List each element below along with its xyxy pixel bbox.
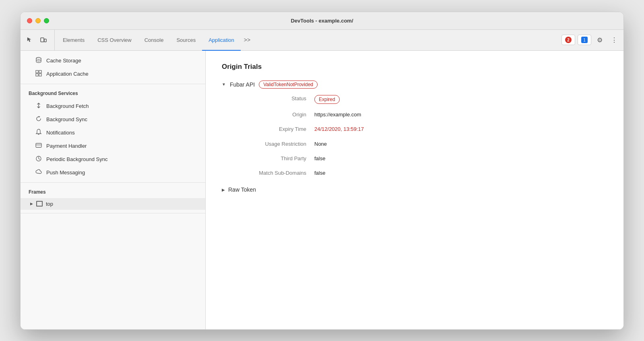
match-subdomains-value: false [314, 169, 607, 177]
page-title: Origin Trials [222, 63, 607, 71]
sidebar: Cache Storage Application Cache [21, 51, 206, 329]
svg-rect-6 [39, 74, 41, 76]
device-icon [40, 37, 47, 43]
svg-rect-3 [36, 70, 38, 73]
traffic-lights [27, 18, 49, 23]
trial-status-badge: ValidTokenNotProvided [259, 81, 318, 89]
raw-token-label: Raw Token [228, 186, 256, 193]
error-count: 2 [565, 37, 572, 43]
info-count: 1 [581, 37, 588, 43]
push-messaging-label: Push Messaging [46, 169, 85, 176]
background-services-header: Background Services [21, 87, 205, 99]
payment-handler-label: Payment Handler [46, 143, 87, 149]
sidebar-item-payment-handler[interactable]: Payment Handler [21, 139, 205, 153]
frame-icon [36, 201, 43, 207]
background-fetch-label: Background Fetch [46, 103, 89, 109]
database-icon [35, 57, 42, 64]
status-value: Expired [314, 95, 607, 104]
sidebar-item-notifications[interactable]: Notifications [21, 126, 205, 139]
expiry-label: Expiry Time [234, 126, 314, 133]
card-icon [35, 142, 42, 150]
titlebar: DevTools - example.com/ [21, 12, 623, 30]
sidebar-item-periodic-background-sync[interactable]: Periodic Background Sync [21, 153, 205, 166]
toolbar-tabs: Elements CSS Overview Console Sources Ap… [56, 30, 558, 50]
inspect-element-button[interactable] [24, 34, 36, 46]
third-party-value: false [314, 155, 607, 162]
toolbar-right: 2 1 ⚙ ⋮ [558, 30, 620, 50]
cursor-icon [27, 37, 33, 43]
sidebar-item-background-fetch[interactable]: Background Fetch [21, 99, 205, 113]
svg-rect-1 [44, 39, 46, 42]
more-tabs-button[interactable]: >> [241, 30, 254, 50]
tab-sources[interactable]: Sources [170, 30, 202, 51]
svg-rect-5 [36, 74, 38, 76]
sync-icon [35, 116, 42, 123]
more-options-button[interactable]: ⋮ [608, 34, 620, 46]
trial-name: Fubar API [230, 81, 255, 88]
notifications-label: Notifications [46, 130, 75, 136]
sidebar-item-top-frame[interactable]: ▶ top [21, 198, 205, 210]
minimize-button[interactable] [35, 18, 41, 23]
grid-icon [35, 70, 42, 78]
bell-icon [35, 129, 42, 136]
svg-rect-0 [41, 38, 44, 42]
svg-rect-7 [36, 143, 41, 147]
clock-icon [35, 155, 42, 163]
expand-triangle-icon: ▶ [30, 202, 33, 206]
window-title: DevTools - example.com/ [291, 18, 353, 24]
settings-button[interactable]: ⚙ [594, 34, 606, 46]
trial-section: ▼ Fubar API ValidTokenNotProvided Status… [222, 81, 607, 193]
third-party-label: Third Party [234, 155, 314, 162]
info-badge-button[interactable]: 1 [578, 35, 591, 45]
background-sync-label: Background Sync [46, 116, 87, 122]
status-badge: Expired [314, 95, 340, 104]
devtools-window: DevTools - example.com/ Elements CSS Ove… [20, 12, 624, 330]
tab-css-overview[interactable]: CSS Overview [91, 30, 138, 51]
sidebar-item-application-cache[interactable]: Application Cache [21, 67, 205, 81]
svg-rect-4 [39, 70, 41, 73]
arrows-updown-icon [35, 102, 42, 110]
cache-storage-label: Cache Storage [46, 58, 81, 64]
tab-console[interactable]: Console [138, 30, 170, 51]
trial-header: ▼ Fubar API ValidTokenNotProvided [222, 81, 607, 89]
top-frame-label: top [46, 201, 53, 207]
origin-label: Origin [234, 111, 314, 118]
usage-restriction-value: None [314, 141, 607, 148]
collapse-triangle-icon[interactable]: ▼ [222, 82, 226, 87]
frames-header: Frames [21, 186, 205, 198]
frames-section: Frames ▶ top [21, 183, 205, 213]
toolbar: Elements CSS Overview Console Sources Ap… [21, 30, 623, 51]
raw-token-row[interactable]: ▶ Raw Token [222, 186, 607, 193]
close-button[interactable] [27, 18, 32, 23]
device-toggle-button[interactable] [37, 34, 50, 46]
sidebar-item-push-messaging[interactable]: Push Messaging [21, 166, 205, 179]
tab-elements[interactable]: Elements [56, 30, 91, 51]
status-label: Status [234, 95, 314, 104]
sidebar-item-background-sync[interactable]: Background Sync [21, 113, 205, 126]
sidebar-item-cache-storage[interactable]: Cache Storage [21, 54, 205, 67]
expiry-value: 24/12/2020, 13:59:17 [314, 126, 607, 133]
raw-token-expand-icon: ▶ [222, 188, 225, 192]
match-subdomains-label: Match Sub-Domains [234, 169, 314, 177]
maximize-button[interactable] [44, 18, 49, 23]
main-content: Cache Storage Application Cache [21, 51, 623, 329]
periodic-background-sync-label: Periodic Background Sync [46, 156, 107, 162]
storage-section: Cache Storage Application Cache [21, 51, 205, 84]
origin-value: https://example.com [314, 111, 607, 118]
error-badge-button[interactable]: 2 [561, 35, 575, 45]
svg-point-2 [36, 57, 41, 59]
toolbar-left-icons [24, 30, 55, 50]
trial-details: Status Expired Origin https://example.co… [234, 95, 607, 177]
cloud-icon [35, 169, 42, 176]
background-services-section: Background Services Background Fetch [21, 84, 205, 183]
usage-restriction-label: Usage Restriction [234, 141, 314, 148]
tab-application[interactable]: Application [202, 30, 241, 51]
content-area: Origin Trials ▼ Fubar API ValidTokenNotP… [206, 51, 623, 329]
application-cache-label: Application Cache [46, 71, 89, 77]
